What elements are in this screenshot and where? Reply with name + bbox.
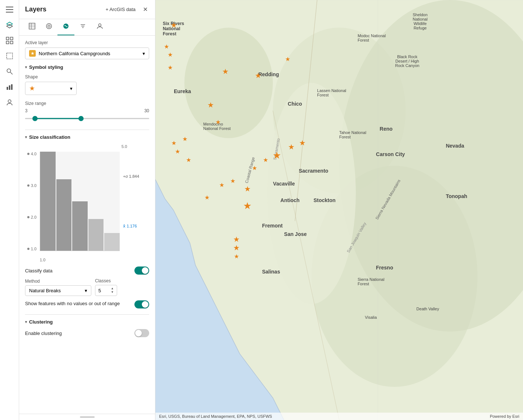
clustering-label: Clustering: [29, 319, 53, 325]
classes-stepper[interactable]: ▲ ▼: [111, 287, 114, 294]
stepper-up[interactable]: ▲: [111, 287, 114, 290]
bar-4: [56, 179, 72, 251]
show-features-toggle[interactable]: [134, 300, 149, 308]
symbol-styling-label: Symbol styling: [29, 64, 63, 70]
svg-point-21: [48, 25, 50, 27]
panel-title: Layers: [25, 6, 46, 13]
tab-style[interactable]: [57, 19, 74, 35]
clustering-section: ▾ Clustering Enable clustering: [25, 314, 149, 337]
method-group: Method Natural Breaks ▾: [25, 279, 91, 296]
size-range-label: Size range: [25, 101, 149, 106]
y-label-4: 4.0: [27, 152, 36, 156]
show-features-label: Show features with no values or out of r…: [25, 300, 120, 307]
bar-1: [104, 233, 120, 251]
add-data-button[interactable]: + ArcGIS data: [103, 5, 138, 14]
classes-label: Classes: [95, 278, 117, 283]
slider-fill: [35, 118, 81, 119]
method-dropdown-arrow: ▾: [85, 288, 87, 293]
classes-input[interactable]: 5 ▲ ▼: [95, 285, 117, 296]
active-layer-label: Active layer: [25, 40, 149, 45]
toggle-knob: [142, 267, 148, 274]
enable-clustering-row: Enable clustering: [25, 329, 149, 337]
size-slider[interactable]: [25, 115, 149, 122]
method-label: Method: [25, 279, 91, 284]
chart-top-label: 5.0: [38, 144, 127, 149]
annotation-mean: x̄ 1.176: [123, 224, 149, 229]
select-icon[interactable]: [3, 49, 16, 63]
bar-5: [40, 152, 56, 251]
panel-resize-handle[interactable]: [19, 414, 155, 420]
shape-dropdown[interactable]: ★ ▾: [25, 82, 77, 95]
tab-filter[interactable]: [74, 19, 91, 35]
svg-marker-3: [7, 22, 13, 26]
stepper-down[interactable]: ▼: [111, 290, 114, 294]
method-dropdown[interactable]: Natural Breaks ▾: [25, 285, 91, 296]
enable-clustering-toggle[interactable]: [134, 329, 149, 337]
tab-user[interactable]: [91, 19, 108, 35]
enable-clustering-label: Enable clustering: [25, 331, 62, 336]
svg-point-32: [267, 83, 356, 304]
clustering-header[interactable]: ▾ Clustering: [25, 319, 149, 325]
layer-icon[interactable]: [3, 18, 16, 32]
size-classification-arrow: ▾: [25, 135, 27, 139]
tab-layer[interactable]: [41, 19, 57, 35]
bar-3: [72, 201, 88, 251]
svg-rect-14: [11, 84, 13, 90]
left-toolbar: [0, 0, 19, 420]
layer-icon-box: ★: [29, 50, 36, 57]
svg-rect-8: [10, 41, 13, 44]
annotation-sigma: +σ 1.844: [123, 174, 149, 179]
svg-rect-1: [6, 9, 13, 10]
classify-data-toggle[interactable]: [134, 267, 149, 275]
slider-thumb-left[interactable]: [32, 116, 38, 121]
user-icon[interactable]: [3, 96, 16, 109]
shape-label: Shape: [25, 74, 149, 80]
panel-header-left: Layers: [25, 6, 46, 13]
panel-header: Layers + ArcGIS data ✕: [19, 0, 155, 19]
map-svg: [155, 0, 523, 420]
classification-chart: 5.0 4.0 3.0 2.0 1.0: [25, 144, 149, 262]
svg-rect-0: [6, 7, 13, 7]
close-button[interactable]: ✕: [141, 4, 149, 14]
svg-point-15: [8, 100, 11, 103]
svg-rect-5: [6, 37, 9, 40]
symbol-styling-header[interactable]: ▾ Symbol styling: [25, 64, 149, 70]
shape-icon: ★: [29, 84, 35, 92]
classes-group: Classes 5 ▲ ▼: [95, 278, 117, 296]
grid-icon[interactable]: [3, 34, 16, 47]
tab-table[interactable]: [24, 19, 41, 35]
method-value: Natural Breaks: [29, 288, 61, 293]
slider-thumb-right[interactable]: [78, 116, 84, 121]
layer-name: Northern California Campgrounds: [39, 51, 110, 56]
chart-icon[interactable]: [3, 80, 16, 93]
layer-dropdown[interactable]: ★ Northern California Campgrounds ▾: [25, 47, 149, 59]
shape-dropdown-arrow: ▾: [70, 86, 73, 91]
attribution-right: Powered by Esri: [490, 414, 519, 419]
layer-dropdown-arrow: ▾: [143, 51, 145, 56]
search-icon[interactable]: [3, 65, 16, 78]
svg-rect-12: [7, 87, 8, 90]
clustering-arrow: ▾: [25, 320, 27, 324]
size-classification-header[interactable]: ▾ Size classification: [25, 134, 149, 140]
method-classes-row: Method Natural Breaks ▾ Classes 5 ▲ ▼: [25, 278, 149, 296]
svg-rect-9: [7, 53, 13, 59]
size-range-header: 3 30: [25, 108, 149, 113]
panel-content: Active layer ★ Northern California Campg…: [19, 36, 155, 414]
chart-y-axis: 4.0 3.0 2.0 1.0: [25, 152, 38, 251]
size-classification-label: Size classification: [29, 134, 70, 140]
tab-bar: [19, 19, 155, 36]
enable-clustering-knob: [135, 330, 142, 336]
layer-dropdown-left: ★ Northern California Campgrounds: [29, 50, 110, 57]
svg-point-20: [46, 24, 52, 29]
divider-1: [25, 130, 149, 130]
menu-icon[interactable]: [3, 3, 16, 16]
size-min: 3: [25, 108, 28, 113]
classify-data-label: Classify data: [25, 268, 52, 273]
chart-annotations: +σ 1.844 x̄ 1.176: [122, 152, 149, 251]
svg-point-26: [99, 24, 101, 27]
svg-rect-2: [6, 12, 13, 13]
chart-bars: [40, 152, 120, 251]
svg-point-10: [7, 69, 11, 73]
y-label-3: 3.0: [27, 183, 36, 188]
map-area[interactable]: SheldonNationalWildlifeRefuge Modoc Nati…: [155, 0, 523, 420]
